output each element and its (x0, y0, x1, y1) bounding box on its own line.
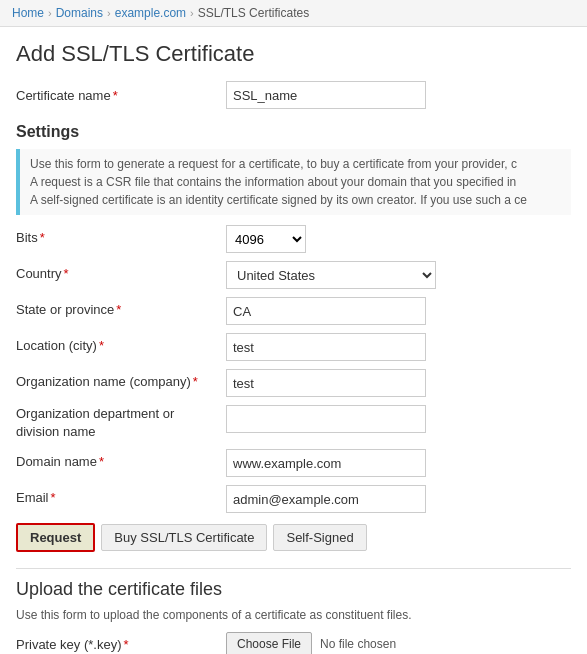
location-input[interactable] (226, 333, 426, 361)
state-row: State or province* (16, 297, 571, 325)
email-label: Email* (16, 485, 226, 505)
cert-name-row: Certificate name* (16, 81, 571, 109)
settings-heading: Settings (16, 123, 571, 141)
info-line-2: A request is a CSR file that contains th… (30, 173, 561, 191)
org-dept-row: Organization department ordivision name (16, 405, 571, 441)
upload-info: Use this form to upload the components o… (16, 608, 571, 622)
state-input[interactable] (226, 297, 426, 325)
breadcrumb-sep-2: › (107, 7, 111, 19)
org-name-input[interactable] (226, 369, 426, 397)
info-line-1: Use this form to generate a request for … (30, 155, 561, 173)
request-button[interactable]: Request (16, 523, 95, 552)
country-row: Country* United States Canada United Kin… (16, 261, 571, 289)
bits-select[interactable]: 4096 2048 1024 (226, 225, 306, 253)
info-line-3: A self-signed certificate is an identity… (30, 191, 561, 209)
org-name-label: Organization name (company)* (16, 369, 226, 389)
state-label: State or province* (16, 297, 226, 317)
private-key-label: Private key (*.key)* (16, 637, 226, 652)
cert-name-input[interactable] (226, 81, 426, 109)
email-input[interactable] (226, 485, 426, 513)
choose-file-button[interactable]: Choose File (226, 632, 312, 654)
org-dept-input[interactable] (226, 405, 426, 433)
org-name-row: Organization name (company)* (16, 369, 571, 397)
no-file-text: No file chosen (320, 637, 396, 651)
bits-label: Bits* (16, 225, 226, 245)
page-title: Add SSL/TLS Certificate (16, 41, 571, 67)
domain-input[interactable] (226, 449, 426, 477)
email-row: Email* (16, 485, 571, 513)
breadcrumb-domains[interactable]: Domains (56, 6, 103, 20)
country-label: Country* (16, 261, 226, 281)
domain-label: Domain name* (16, 449, 226, 469)
buy-ssl-button[interactable]: Buy SSL/TLS Certificate (101, 524, 267, 551)
breadcrumb-sep-3: › (190, 7, 194, 19)
cert-name-label: Certificate name* (16, 88, 226, 103)
settings-info: Use this form to generate a request for … (16, 149, 571, 215)
breadcrumb-home[interactable]: Home (12, 6, 44, 20)
cert-name-required: * (113, 88, 118, 103)
bits-row: Bits* 4096 2048 1024 (16, 225, 571, 253)
location-label: Location (city)* (16, 333, 226, 353)
breadcrumb-ssl: SSL/TLS Certificates (198, 6, 309, 20)
action-buttons: Request Buy SSL/TLS Certificate Self-Sig… (16, 523, 571, 552)
breadcrumb-sep-1: › (48, 7, 52, 19)
private-key-row: Private key (*.key)* Choose File No file… (16, 632, 571, 654)
self-signed-button[interactable]: Self-Signed (273, 524, 366, 551)
country-select[interactable]: United States Canada United Kingdom (226, 261, 436, 289)
section-divider (16, 568, 571, 569)
breadcrumb: Home › Domains › example.com › SSL/TLS C… (0, 0, 587, 27)
location-row: Location (city)* (16, 333, 571, 361)
breadcrumb-example[interactable]: example.com (115, 6, 186, 20)
domain-row: Domain name* (16, 449, 571, 477)
org-dept-label: Organization department ordivision name (16, 405, 226, 441)
upload-section-title: Upload the certificate files (16, 579, 571, 600)
